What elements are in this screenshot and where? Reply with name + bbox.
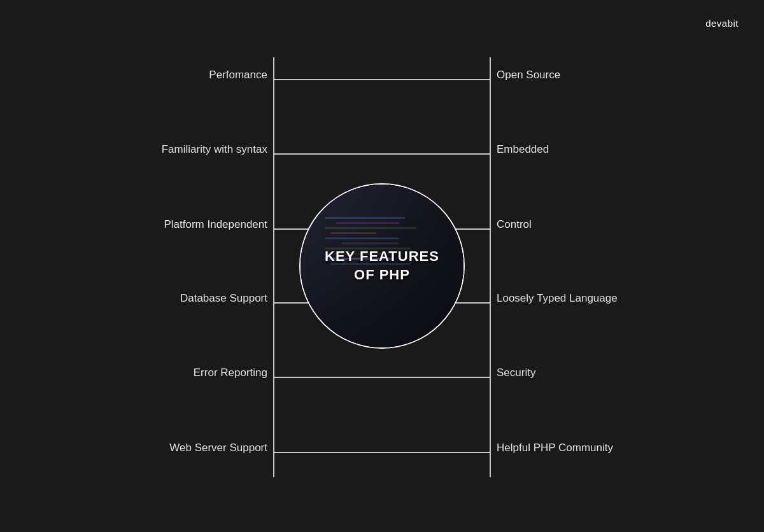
label-control: Control	[497, 218, 532, 231]
label-opensource: Open Source	[497, 69, 560, 81]
label-platform: Platform Independent	[164, 218, 267, 231]
label-loosely: Loosely Typed Language	[497, 292, 618, 305]
label-security: Security	[497, 367, 535, 379]
center-circle: KEY FEATURES OF PHP	[299, 183, 465, 349]
diagram-container: devabit	[0, 0, 764, 532]
circle-title: KEY FEATURES OF PHP	[325, 248, 439, 284]
label-familiarity: Familiarity with syntax	[162, 143, 267, 156]
label-webserver: Web Server Support	[169, 442, 267, 454]
label-error: Error Reporting	[194, 367, 267, 379]
label-database: Database Support	[180, 292, 267, 305]
label-community: Helpful PHP Community	[497, 442, 613, 454]
label-performance: Perfomance	[209, 69, 267, 81]
label-embedded: Embedded	[497, 143, 549, 156]
